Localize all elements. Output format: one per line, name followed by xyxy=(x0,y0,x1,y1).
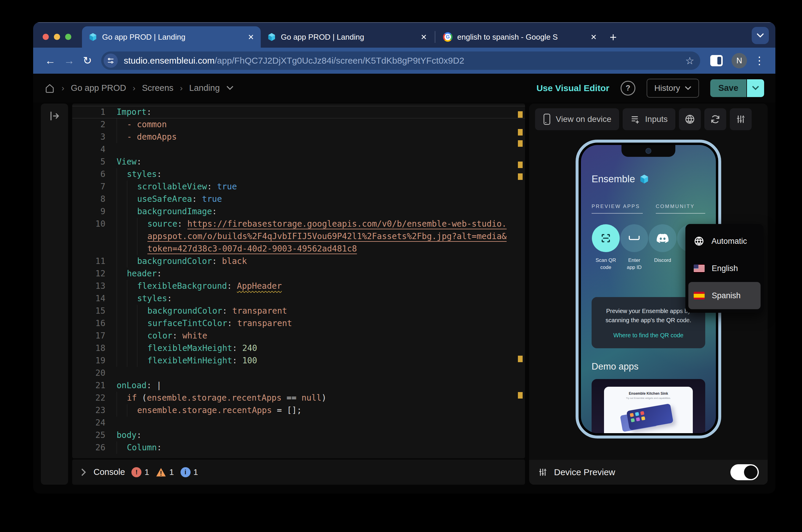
code-line[interactable]: 18flexibleMaxHeight: 240 xyxy=(72,342,525,355)
preview-settings-button[interactable] xyxy=(730,108,752,130)
code-editor[interactable]: 1Import:2- common3- demoApps45View:6styl… xyxy=(72,103,525,458)
code-line[interactable]: 11backgroundColor: black xyxy=(72,255,525,267)
language-button[interactable] xyxy=(679,108,701,130)
code-line[interactable]: appspot.com/o/builds%2F4qJvbIFIJ5Vou69P4… xyxy=(72,230,525,243)
console-bar[interactable]: Console ! 1 1 i xyxy=(72,459,525,484)
error-badge[interactable]: ! 1 xyxy=(131,467,149,477)
refresh-button[interactable] xyxy=(704,108,726,130)
device-preview-toggle[interactable] xyxy=(730,464,759,480)
discord-action[interactable]: Discord xyxy=(648,224,677,271)
code-line[interactable]: 19flexibleMinHeight: 100 xyxy=(72,355,525,367)
code-line[interactable]: 13flexibleBackground: AppHeader xyxy=(72,280,525,292)
bookmark-star-icon[interactable]: ☆ xyxy=(681,55,694,66)
code-line[interactable]: 23ensemble.storage.recentApps = []; xyxy=(72,404,525,417)
close-window-button[interactable] xyxy=(43,34,49,40)
device-notch xyxy=(622,145,675,157)
tab-3[interactable]: G english to spanish - Google S xyxy=(437,26,604,48)
tab-strip: Go app PROD | Landing Go app PROD | Land… xyxy=(33,22,775,48)
code-line[interactable]: 6styles: xyxy=(72,168,525,180)
code-line[interactable]: 16surfaceTintColor: transparent xyxy=(72,317,525,329)
code-line[interactable]: 2- common xyxy=(72,118,525,131)
code-line[interactable]: 3- demoApps xyxy=(72,131,525,143)
site-settings-icon[interactable] xyxy=(103,54,118,68)
code-line[interactable]: 12header: xyxy=(72,267,525,280)
close-tab-icon[interactable] xyxy=(248,34,254,40)
help-icon[interactable]: ? xyxy=(620,81,635,96)
section-community: COMMUNITY xyxy=(656,204,705,214)
save-button[interactable]: Save xyxy=(710,79,746,97)
ensemble-favicon-icon xyxy=(89,33,97,41)
breadcrumb-screen-name[interactable]: Landing xyxy=(189,83,219,93)
zoom-window-button[interactable] xyxy=(65,34,71,40)
code-line[interactable]: 7scrollableView: true xyxy=(72,180,525,193)
thumb-title: Ensemble Kitchen Sink xyxy=(604,392,693,396)
tab-1[interactable]: Go app PROD | Landing xyxy=(82,26,261,48)
minimize-window-button[interactable] xyxy=(54,34,60,40)
code-line[interactable]: 5View: xyxy=(72,156,525,168)
dropdown-item-automatic[interactable]: Automatic xyxy=(688,228,761,255)
line-number: 19 xyxy=(72,355,117,367)
code-line[interactable]: 25body: xyxy=(72,429,525,441)
code-line[interactable]: token=427d38c3-007d-40d2-9003-49562ad481… xyxy=(72,243,525,255)
warning-badge[interactable]: 1 xyxy=(156,468,174,477)
expand-panel-button[interactable] xyxy=(49,110,60,484)
code-line[interactable]: 10source: https://firebasestorage.google… xyxy=(72,218,525,230)
overview-ruler-marker xyxy=(518,162,523,168)
home-icon[interactable] xyxy=(44,83,55,94)
overview-ruler-marker xyxy=(518,173,523,180)
qr-info-link[interactable]: Where to find the QR code xyxy=(602,332,695,339)
dropdown-item-spanish[interactable]: Spanish xyxy=(688,282,761,309)
chevron-down-icon[interactable] xyxy=(226,86,233,90)
reload-button[interactable]: ↻ xyxy=(79,55,96,66)
line-number: 26 xyxy=(72,441,117,454)
line-number: 25 xyxy=(72,429,117,441)
new-tab-button[interactable] xyxy=(609,33,618,42)
url-text[interactable]: studio.ensembleui.com/app/FhQC7J2DjXTg0U… xyxy=(124,56,464,66)
address-bar[interactable]: studio.ensembleui.com/app/FhQC7J2DjXTg0U… xyxy=(101,52,700,70)
breadcrumb-app[interactable]: Go app PROD xyxy=(71,83,126,93)
code-line[interactable]: 24 xyxy=(72,417,525,429)
code-line[interactable]: 1Import: xyxy=(72,106,525,118)
profile-avatar[interactable]: N xyxy=(731,53,747,68)
code-line[interactable]: 9backgroundImage: xyxy=(72,205,525,218)
tab-search-button[interactable] xyxy=(752,27,769,44)
back-button[interactable]: ← xyxy=(41,55,60,66)
error-count: 1 xyxy=(145,468,149,477)
tab-2[interactable]: Go app PROD | Landing xyxy=(261,26,434,48)
code-line[interactable]: 8useSafeArea: true xyxy=(72,193,525,205)
dropdown-item-english[interactable]: English xyxy=(688,255,761,282)
code-line[interactable]: 26Column: xyxy=(72,441,525,454)
refresh-icon xyxy=(710,114,721,125)
breadcrumb-screens[interactable]: Screens xyxy=(142,83,173,93)
code-line[interactable]: 4 xyxy=(72,143,525,156)
use-visual-editor-link[interactable]: Use Visual Editor xyxy=(537,83,609,93)
code-line[interactable]: 14styles: xyxy=(72,292,525,305)
code-line[interactable]: 21onLoad: | xyxy=(72,379,525,392)
sliders-icon xyxy=(736,114,746,124)
dropdown-item-label: English xyxy=(712,264,738,273)
close-tab-icon[interactable] xyxy=(590,34,597,40)
view-on-device-button[interactable]: View on device xyxy=(535,108,619,130)
enter-app-id-action[interactable]: Enter app ID xyxy=(620,224,648,271)
app-brand: Ensemble xyxy=(592,173,705,185)
code-line[interactable]: 15backgroundColor: transparent xyxy=(72,305,525,317)
browser-menu-button[interactable]: ⋮ xyxy=(751,54,768,67)
save-options-button[interactable] xyxy=(747,79,764,97)
side-panel-button[interactable] xyxy=(710,55,723,66)
camera-dot xyxy=(646,148,651,154)
code-line[interactable]: 20 xyxy=(72,367,525,379)
info-badge[interactable]: i 1 xyxy=(180,467,198,477)
flag-es-icon xyxy=(694,292,705,300)
chevron-right-icon[interactable] xyxy=(80,469,87,476)
forward-button[interactable]: → xyxy=(60,55,79,66)
browser-toolbar: ← → ↻ studio.ensembleui.com/app/FhQC7J2D… xyxy=(33,48,775,74)
history-button[interactable]: History xyxy=(647,79,699,98)
inputs-button[interactable]: Inputs xyxy=(623,108,675,130)
scan-qr-action[interactable]: Scan QR code xyxy=(592,224,620,271)
code-line[interactable]: 22if (ensemble.storage.recentApps == nul… xyxy=(72,392,525,404)
demo-app-card[interactable]: Ensemble Kitchen Sink Try out Ensemble w… xyxy=(592,379,705,433)
chevron-down-icon xyxy=(752,86,759,90)
line-number: 12 xyxy=(72,267,117,280)
close-tab-icon[interactable] xyxy=(421,34,427,40)
code-line[interactable]: 17color: white xyxy=(72,329,525,342)
